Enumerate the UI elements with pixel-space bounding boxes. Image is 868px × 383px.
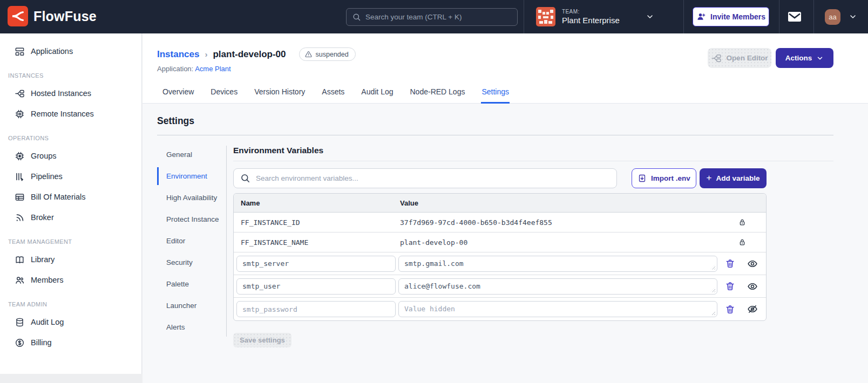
- sidebar-item-label: Billing: [31, 338, 52, 347]
- envelope-icon: [787, 10, 803, 23]
- sidebar-item-label: Members: [31, 276, 63, 284]
- sidebar-section-team-management: TEAM MANAGEMENT: [8, 238, 141, 245]
- team-chevron-down-icon[interactable]: [646, 12, 654, 21]
- column-value: Value: [400, 199, 717, 207]
- environment-controls: Import .env + Add variable: [233, 168, 767, 188]
- import-env-button[interactable]: Import .env: [632, 168, 696, 188]
- sidebar-item-label: Remote Instances: [31, 110, 94, 118]
- settings-nav-alerts[interactable]: Alerts: [157, 318, 221, 336]
- settings-nav-security[interactable]: Security: [157, 254, 221, 271]
- settings-panel: Settings General Environment High Availa…: [143, 104, 868, 383]
- environment-title: Environment Variables: [233, 146, 833, 161]
- actions-label: Actions: [785, 54, 812, 62]
- sidebar-item-remote-instances[interactable]: Remote Instances: [0, 104, 141, 124]
- lock-icon: [717, 238, 766, 247]
- settings-nav-general[interactable]: General: [157, 146, 221, 163]
- lock-icon: [717, 218, 766, 227]
- team-search-input[interactable]: [365, 13, 512, 21]
- user-initials: aa: [829, 13, 836, 21]
- settings-nav-editor[interactable]: Editor: [157, 232, 221, 250]
- main-content: Instances › plant-develop-00 suspended A…: [143, 33, 868, 383]
- billing-icon: [15, 338, 25, 348]
- sidebar-section-instances: INSTANCES: [8, 72, 141, 79]
- chevron-down-icon: [816, 54, 824, 62]
- import-env-label: Import .env: [651, 174, 690, 182]
- sidebar-item-label: Pipelines: [31, 172, 63, 181]
- delete-variable-button[interactable]: [725, 258, 735, 269]
- invite-members-label: Invite Members: [710, 12, 765, 21]
- team-switcher[interactable]: TEAM: Plant Enterprise: [536, 7, 620, 26]
- table-row: FF_INSTANCE_NAME plant-develop-00: [234, 232, 766, 252]
- env-var-value: plant-develop-00: [400, 238, 717, 247]
- sidebar-item-billing[interactable]: Billing: [0, 332, 141, 353]
- instance-tabs: Overview Devices Version History Assets …: [162, 82, 510, 103]
- sidebar-item-library[interactable]: Library: [0, 249, 141, 270]
- tab-version-history[interactable]: Version History: [254, 82, 306, 103]
- breadcrumb-instances-link[interactable]: Instances: [157, 49, 199, 60]
- sidebar-item-members[interactable]: Members: [0, 270, 141, 290]
- sidebar-item-hosted-instances[interactable]: Hosted Instances: [0, 83, 141, 104]
- sidebar-item-applications[interactable]: Applications: [0, 41, 141, 61]
- sidebar-item-label: Bill Of Materials: [31, 193, 86, 201]
- show-value-eye-icon[interactable]: [747, 281, 758, 292]
- sidebar-item-groups[interactable]: Groups: [0, 146, 141, 166]
- open-editor-button[interactable]: Open Editor: [708, 48, 771, 68]
- tab-settings[interactable]: Settings: [481, 82, 510, 103]
- settings-nav-environment[interactable]: Environment: [157, 167, 221, 185]
- navbar-divider: [524, 0, 524, 33]
- env-search-input[interactable]: [256, 174, 610, 182]
- brand[interactable]: FlowFuse: [8, 6, 97, 26]
- breadcrumb-current: plant-develop-00: [213, 49, 286, 60]
- tab-assets[interactable]: Assets: [321, 82, 345, 103]
- add-variable-button[interactable]: + Add variable: [700, 168, 767, 188]
- env-var-name-input[interactable]: [236, 256, 396, 272]
- user-menu-chevron-down-icon[interactable]: [849, 12, 857, 21]
- settings-nav-palette[interactable]: Palette: [157, 275, 221, 293]
- sidebar-item-pipelines[interactable]: Pipelines: [0, 166, 141, 187]
- user-avatar[interactable]: aa: [825, 9, 840, 25]
- show-value-eye-icon[interactable]: [747, 258, 758, 269]
- sidebar-item-label: Hosted Instances: [31, 89, 91, 98]
- tab-overview[interactable]: Overview: [162, 82, 194, 103]
- settings-nav-high-availability[interactable]: High Availability: [157, 189, 221, 207]
- warning-triangle-icon: [304, 50, 313, 58]
- application-link[interactable]: Acme Plant: [195, 65, 230, 73]
- settings-nav-protect-instance[interactable]: Protect Instance: [157, 210, 221, 228]
- import-file-icon: [638, 174, 647, 183]
- env-var-value-input[interactable]: smtp.gmail.com: [398, 256, 717, 272]
- settings-nav-launcher[interactable]: Launcher: [157, 297, 221, 314]
- env-search[interactable]: [233, 168, 617, 188]
- sidebar-item-label: Groups: [31, 152, 57, 160]
- top-navbar: FlowFuse TEAM:: [0, 0, 868, 33]
- table-row: smtp.gmail.com: [234, 252, 766, 275]
- save-settings-button[interactable]: Save settings: [233, 333, 291, 347]
- delete-variable-button[interactable]: [725, 281, 735, 291]
- sidebar-item-label: Library: [31, 255, 55, 264]
- bill-of-materials-icon: [15, 192, 25, 202]
- sidebar-section-operations: OPERATIONS: [8, 135, 141, 141]
- env-var-value-input[interactable]: alice@flowfuse.com: [398, 278, 717, 295]
- env-var-name-input[interactable]: [236, 301, 396, 317]
- env-var-name-input[interactable]: [236, 278, 396, 295]
- sidebar-item-audit-log[interactable]: Audit Log: [0, 312, 141, 332]
- sidebar-item-bill-of-materials[interactable]: Bill Of Materials: [0, 187, 141, 207]
- team-name: Plant Enterprise: [562, 16, 620, 25]
- actions-button[interactable]: Actions: [776, 48, 833, 68]
- team-search[interactable]: [346, 8, 518, 26]
- brand-name: FlowFuse: [33, 9, 97, 24]
- navbar-divider: [683, 0, 684, 33]
- hide-value-eye-off-icon[interactable]: [747, 304, 758, 314]
- tab-devices[interactable]: Devices: [210, 82, 238, 103]
- status-badge: suspended: [299, 47, 356, 61]
- settings-divider: [157, 135, 833, 135]
- tab-audit-log[interactable]: Audit Log: [361, 82, 394, 103]
- breadcrumb-separator: ›: [205, 50, 207, 59]
- env-var-value-input[interactable]: [398, 301, 717, 317]
- sidebar-item-broker[interactable]: Broker: [0, 207, 141, 228]
- delete-variable-button[interactable]: [725, 304, 735, 314]
- status-badge-label: suspended: [316, 51, 349, 58]
- navbar-divider: [779, 0, 779, 33]
- tab-node-red-logs[interactable]: Node-RED Logs: [410, 82, 466, 103]
- invite-members-button[interactable]: Invite Members: [693, 7, 769, 26]
- notifications-mail-button[interactable]: [787, 9, 803, 24]
